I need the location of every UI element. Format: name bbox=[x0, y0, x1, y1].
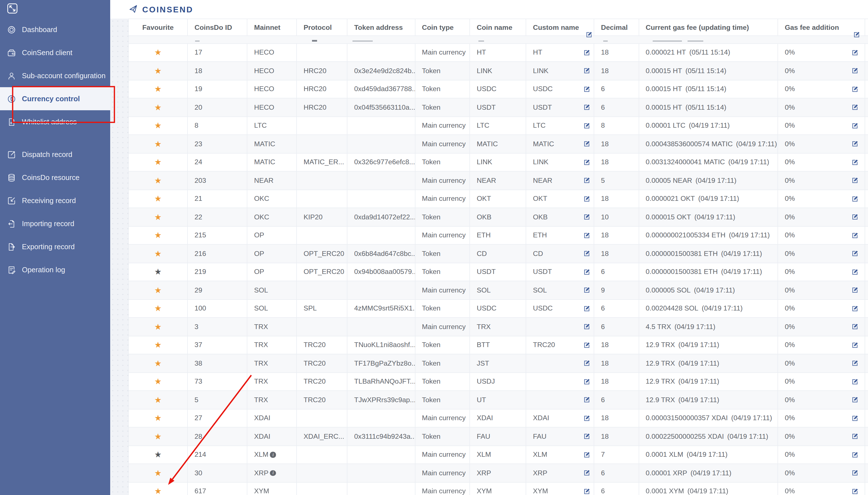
favourite-star-icon[interactable]: ★ bbox=[154, 48, 162, 56]
sidebar-item-receiving-record[interactable]: Receiving record bbox=[0, 189, 110, 212]
edit-custom-name-icon[interactable] bbox=[585, 31, 593, 40]
favourite-star-icon[interactable]: ★ bbox=[154, 396, 162, 404]
edit-custom-name-icon[interactable] bbox=[583, 177, 590, 184]
coinsdo-id-cell-value: 100 bbox=[195, 305, 206, 312]
edit-gas-addition-icon[interactable] bbox=[851, 140, 859, 148]
edit-custom-name-icon[interactable] bbox=[583, 103, 590, 111]
sidebar-item-coinsend-client[interactable]: CoinSend client bbox=[0, 41, 110, 64]
favourite-star-icon[interactable]: ★ bbox=[154, 469, 162, 477]
edit-custom-name-icon[interactable] bbox=[583, 488, 590, 495]
sidebar-item-dashboard[interactable]: Dashboard bbox=[0, 18, 110, 41]
edit-gas-addition-icon[interactable] bbox=[851, 359, 859, 367]
edit-gas-addition-icon[interactable] bbox=[851, 323, 859, 330]
edit-gas-addition-icon[interactable] bbox=[851, 67, 859, 74]
edit-gas-addition-icon[interactable] bbox=[851, 122, 859, 130]
edit-custom-name-icon[interactable] bbox=[583, 432, 590, 440]
favourite-star-icon[interactable]: ★ bbox=[154, 359, 162, 367]
edit-custom-name-icon[interactable] bbox=[583, 341, 590, 349]
edit-gas-addition-icon[interactable] bbox=[851, 213, 859, 221]
edit-gas-addition-icon[interactable] bbox=[851, 378, 859, 385]
edit-custom-name-icon[interactable] bbox=[583, 305, 590, 312]
edit-gas-addition-icon[interactable] bbox=[851, 414, 859, 422]
sidebar-item-currency-control[interactable]: Currency control bbox=[0, 87, 110, 110]
sidebar-item-coinsdo-resource[interactable]: CoinsDo resource bbox=[0, 166, 110, 189]
token-address-cell: 0xda9d14072ef22... bbox=[348, 208, 415, 226]
edit-custom-name-icon[interactable] bbox=[583, 232, 590, 239]
favourite-star-icon[interactable]: ★ bbox=[154, 450, 162, 459]
custom-name-cell: XRP bbox=[526, 464, 594, 482]
edit-custom-name-icon[interactable] bbox=[583, 195, 590, 203]
favourite-star-icon[interactable]: ★ bbox=[154, 432, 162, 441]
edit-gas-addition-icon[interactable] bbox=[851, 451, 859, 458]
favourite-star-icon[interactable]: ★ bbox=[154, 67, 162, 75]
favourite-star-icon[interactable]: ★ bbox=[154, 158, 162, 166]
favourite-star-icon[interactable]: ★ bbox=[154, 487, 162, 495]
info-icon[interactable]: i bbox=[270, 452, 276, 458]
edit-gas-addition-icon[interactable] bbox=[851, 177, 859, 184]
sidebar-item-exporting-record[interactable]: Exporting record bbox=[0, 235, 110, 258]
edit-custom-name-icon[interactable] bbox=[583, 140, 590, 148]
edit-custom-name-icon[interactable] bbox=[583, 67, 590, 74]
edit-gas-addition-icon[interactable] bbox=[851, 195, 859, 203]
edit-custom-name-icon[interactable] bbox=[583, 359, 590, 367]
favourite-star-icon[interactable]: ★ bbox=[154, 304, 162, 312]
coinsdo-id-cell-value: 216 bbox=[195, 250, 206, 258]
edit-gas-addition-icon[interactable] bbox=[851, 232, 859, 239]
favourite-star-icon[interactable]: ★ bbox=[154, 323, 162, 331]
edit-custom-name-icon[interactable] bbox=[583, 396, 590, 404]
favourite-star-icon[interactable]: ★ bbox=[154, 140, 162, 148]
sidebar-item-operation-log[interactable]: Operation log bbox=[0, 258, 110, 281]
edit-custom-name-icon[interactable] bbox=[583, 158, 590, 166]
favourite-star-icon[interactable]: ★ bbox=[154, 268, 162, 276]
collapse-sidebar-icon[interactable] bbox=[6, 2, 19, 15]
edit-gas-addition-icon[interactable] bbox=[851, 103, 859, 111]
favourite-star-icon[interactable]: ★ bbox=[154, 176, 162, 185]
sidebar-item-sub-account-configuration[interactable]: Sub-account configuration bbox=[0, 64, 110, 87]
edit-custom-name-icon[interactable] bbox=[583, 250, 590, 257]
edit-gas-addition-icon[interactable] bbox=[851, 158, 859, 166]
favourite-star-icon[interactable]: ★ bbox=[154, 250, 162, 258]
edit-custom-name-icon[interactable] bbox=[583, 49, 590, 56]
edit-gas-addition-icon[interactable] bbox=[851, 85, 859, 93]
favourite-star-icon[interactable]: ★ bbox=[154, 286, 162, 294]
favourite-star-icon[interactable]: ★ bbox=[154, 414, 162, 422]
edit-gas-addition-icon[interactable] bbox=[851, 469, 859, 477]
edit-gas-addition-icon[interactable] bbox=[851, 49, 859, 56]
edit-custom-name-icon[interactable] bbox=[583, 323, 590, 330]
edit-gas-addition-icon[interactable] bbox=[851, 396, 859, 404]
sidebar-item-dispatch-record[interactable]: Dispatch record bbox=[0, 143, 110, 166]
edit-gas-addition-icon[interactable] bbox=[853, 31, 861, 40]
edit-custom-name-icon[interactable] bbox=[583, 85, 590, 93]
edit-custom-name-icon[interactable] bbox=[583, 213, 590, 221]
edit-gas-addition-icon[interactable] bbox=[851, 305, 859, 312]
favourite-star-icon[interactable]: ★ bbox=[154, 103, 162, 112]
logo-text: COINSEND bbox=[142, 5, 193, 14]
favourite-star-icon[interactable]: ★ bbox=[154, 194, 162, 203]
edit-custom-name-icon[interactable] bbox=[583, 378, 590, 385]
sidebar-item-importing-record[interactable]: Importing record bbox=[0, 212, 110, 235]
edit-gas-addition-icon[interactable] bbox=[851, 286, 859, 294]
edit-custom-name-icon[interactable] bbox=[583, 286, 590, 294]
custom-name-value: SOL bbox=[533, 286, 547, 294]
info-icon[interactable]: i bbox=[270, 470, 276, 476]
edit-custom-name-icon[interactable] bbox=[583, 451, 590, 458]
edit-gas-addition-icon[interactable] bbox=[851, 268, 859, 276]
edit-custom-name-icon[interactable] bbox=[583, 414, 590, 422]
edit-gas-addition-icon[interactable] bbox=[851, 432, 859, 440]
edit-gas-addition-icon[interactable] bbox=[851, 250, 859, 257]
favourite-star-icon[interactable]: ★ bbox=[154, 85, 162, 93]
favourite-star-icon[interactable]: ★ bbox=[154, 121, 162, 130]
token-address-cell: 0xd459dad367788... bbox=[348, 80, 415, 98]
custom-name-value: TRC20 bbox=[533, 341, 555, 349]
favourite-star-icon[interactable]: ★ bbox=[154, 231, 162, 239]
edit-gas-addition-icon[interactable] bbox=[851, 488, 859, 495]
edit-custom-name-icon[interactable] bbox=[583, 122, 590, 130]
favourite-star-icon[interactable]: ★ bbox=[154, 341, 162, 349]
sidebar-item-whitelist-address[interactable]: Whitelist address bbox=[0, 110, 110, 133]
edit-gas-addition-icon[interactable] bbox=[851, 341, 859, 349]
favourite-star-icon[interactable]: ★ bbox=[154, 377, 162, 386]
gas-fee-addition-cell: 0% bbox=[778, 336, 865, 354]
favourite-star-icon[interactable]: ★ bbox=[154, 213, 162, 221]
edit-custom-name-icon[interactable] bbox=[583, 469, 590, 477]
edit-custom-name-icon[interactable] bbox=[583, 268, 590, 276]
